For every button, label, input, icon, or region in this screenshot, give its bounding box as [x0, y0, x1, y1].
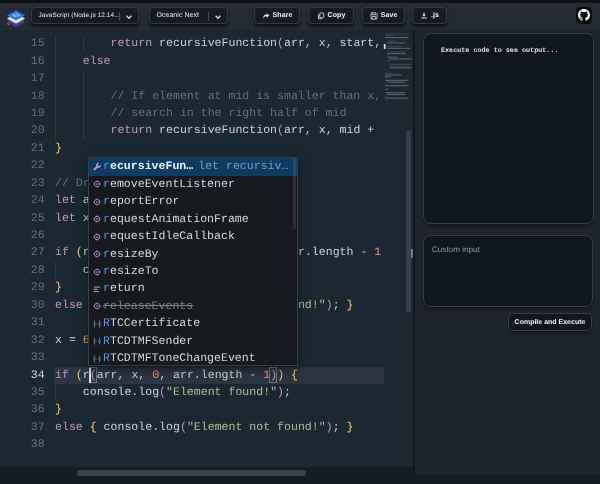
svg-text:</>: </>: [12, 13, 19, 19]
